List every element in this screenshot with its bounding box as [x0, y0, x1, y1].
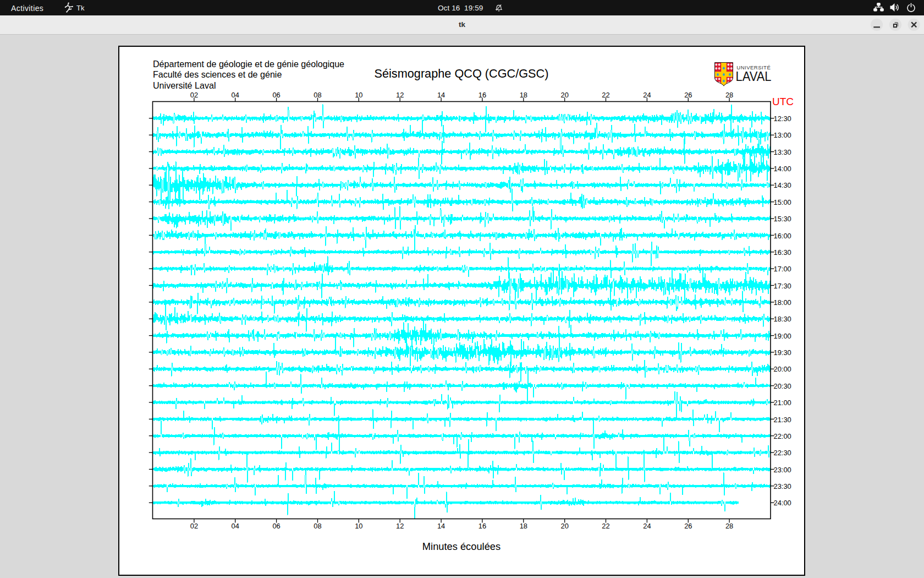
svg-text:22: 22 — [602, 91, 609, 99]
svg-text:14: 14 — [437, 522, 445, 530]
svg-text:08: 08 — [314, 522, 321, 530]
svg-text:22: 22 — [602, 522, 609, 530]
svg-text:08: 08 — [314, 91, 321, 99]
svg-text:23:00: 23:00 — [774, 466, 791, 474]
svg-text:10: 10 — [355, 522, 362, 530]
svg-text:04: 04 — [232, 522, 239, 530]
svg-text:28: 28 — [725, 91, 733, 99]
svg-text:Université Laval: Université Laval — [153, 80, 216, 90]
svg-text:16: 16 — [479, 522, 486, 530]
svg-text:22:00: 22:00 — [774, 432, 791, 440]
svg-text:16:30: 16:30 — [774, 248, 791, 257]
svg-text:24: 24 — [643, 522, 651, 530]
svg-text:14: 14 — [437, 91, 445, 99]
svg-text:Département de géologie et de: Département de géologie et de génie géol… — [153, 59, 344, 69]
svg-text:Minutes écoulées: Minutes écoulées — [422, 541, 501, 552]
svg-text:12:30: 12:30 — [774, 114, 791, 123]
svg-text:21:00: 21:00 — [774, 399, 791, 407]
svg-text:20: 20 — [561, 91, 569, 99]
svg-text:13:30: 13:30 — [774, 148, 791, 156]
svg-text:Séismographe QCQ (CGC/GSC): Séismographe QCQ (CGC/GSC) — [375, 67, 549, 80]
svg-text:24: 24 — [643, 91, 651, 99]
svg-text:26: 26 — [684, 522, 692, 530]
svg-text:19:30: 19:30 — [774, 348, 791, 357]
svg-text:18: 18 — [520, 91, 527, 99]
svg-text:Faculté des sciences et de gén: Faculté des sciences et de génie — [153, 69, 282, 79]
svg-text:16: 16 — [479, 91, 486, 99]
svg-text:UTC: UTC — [772, 96, 794, 107]
svg-text:20:00: 20:00 — [774, 365, 791, 373]
svg-text:02: 02 — [190, 91, 198, 99]
svg-text:LAVAL: LAVAL — [736, 69, 772, 84]
svg-text:13:00: 13:00 — [774, 131, 791, 139]
svg-text:28: 28 — [725, 522, 733, 530]
svg-text:18:00: 18:00 — [774, 298, 791, 307]
svg-text:18: 18 — [520, 522, 527, 530]
svg-text:15:00: 15:00 — [774, 198, 791, 206]
svg-text:18:30: 18:30 — [774, 315, 791, 323]
svg-text:06: 06 — [272, 522, 280, 530]
svg-text:17:30: 17:30 — [774, 282, 791, 290]
svg-text:15:30: 15:30 — [774, 215, 791, 223]
svg-text:04: 04 — [232, 91, 239, 99]
svg-text:16:00: 16:00 — [774, 232, 791, 240]
svg-text:26: 26 — [684, 91, 692, 99]
svg-text:22:30: 22:30 — [774, 449, 791, 457]
svg-text:17:00: 17:00 — [774, 265, 791, 273]
svg-text:06: 06 — [272, 91, 280, 99]
svg-text:21:30: 21:30 — [774, 416, 791, 424]
svg-text:14:30: 14:30 — [774, 181, 791, 189]
svg-text:23:30: 23:30 — [774, 482, 791, 490]
svg-text:19:00: 19:00 — [774, 332, 791, 340]
svg-text:14:00: 14:00 — [774, 165, 791, 173]
svg-text:12: 12 — [396, 522, 404, 530]
svg-text:02: 02 — [190, 522, 198, 530]
svg-text:20:30: 20:30 — [774, 382, 791, 390]
svg-text:10: 10 — [355, 91, 362, 99]
svg-text:20: 20 — [561, 522, 569, 530]
svg-text:24:00: 24:00 — [774, 499, 791, 507]
svg-text:12: 12 — [396, 91, 404, 99]
